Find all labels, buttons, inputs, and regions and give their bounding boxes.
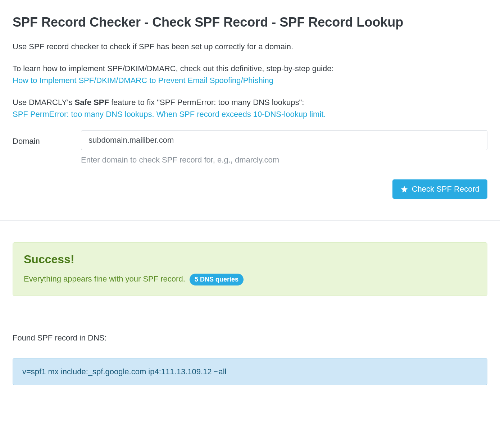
section-divider [0, 220, 500, 221]
intro-paragraph-3: Use DMARCLY's Safe SPF feature to fix "S… [13, 96, 487, 120]
spf-record-box: v=spf1 mx include:_spf.google.com ip4:11… [13, 358, 487, 385]
safe-spf-bold: Safe SPF [75, 98, 109, 107]
star-icon [400, 185, 408, 193]
intro-text-2: To learn how to implement SPF/DKIM/DMARC… [13, 64, 334, 73]
intro-paragraph-2: To learn how to implement SPF/DKIM/DMARC… [13, 63, 487, 86]
guide-link[interactable]: How to Implement SPF/DKIM/DMARC to Preve… [13, 76, 273, 85]
check-spf-button[interactable]: Check SPF Record [392, 179, 487, 199]
intro-text-1: Use SPF record checker to check if SPF h… [13, 41, 487, 52]
success-title: Success! [24, 251, 476, 268]
success-text: Everything appears fine with your SPF re… [24, 274, 185, 283]
dns-query-badge: 5 DNS queries [190, 274, 244, 285]
success-panel: Success! Everything appears fine with yo… [13, 242, 487, 296]
domain-input[interactable] [81, 130, 487, 150]
permerror-link[interactable]: SPF PermError: too many DNS lookups. Whe… [13, 110, 326, 119]
found-spf-label: Found SPF record in DNS: [13, 332, 487, 344]
domain-label: Domain [13, 130, 81, 147]
domain-helper-text: Enter domain to check SPF record for, e.… [81, 154, 487, 166]
page-title: SPF Record Checker - Check SPF Record - … [13, 13, 487, 32]
check-spf-button-label: Check SPF Record [412, 184, 479, 194]
intro-text-3b: feature to fix "SPF PermError: too many … [109, 98, 304, 107]
intro-text-3a: Use DMARCLY's [13, 98, 75, 107]
